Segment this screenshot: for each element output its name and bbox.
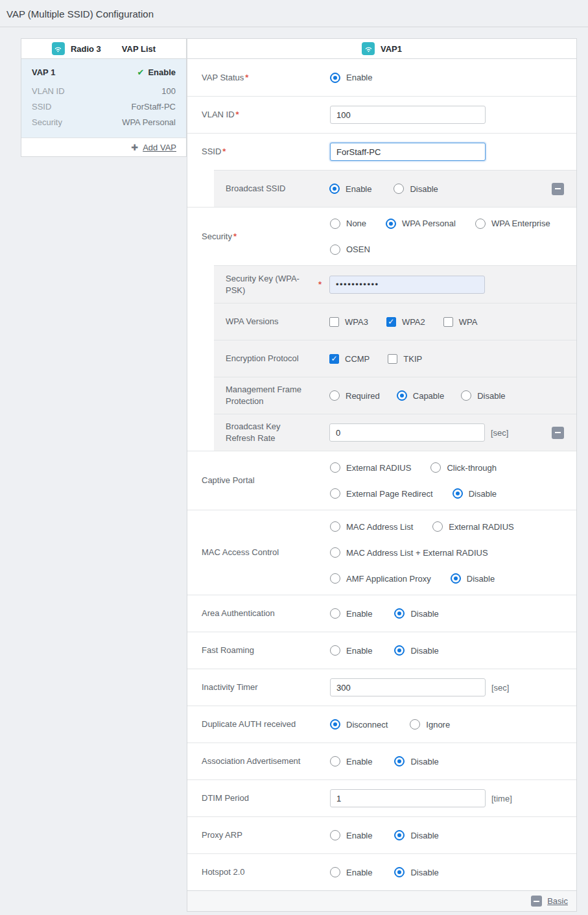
radio-option-enable[interactable]: Enable: [330, 830, 372, 840]
radio-option-enable[interactable]: Enable: [330, 608, 372, 619]
radio-option-external-radius[interactable]: External RADIUS: [432, 521, 513, 532]
radio-option-disconnect[interactable]: Disconnect: [330, 719, 388, 730]
radio-option-enable[interactable]: Enable: [330, 73, 372, 83]
radio-option-wpa-enterprise[interactable]: WPA Enterprise: [475, 219, 550, 229]
field-label: WPA Versions: [214, 316, 329, 327]
vlan-id-input[interactable]: [330, 106, 486, 124]
vap1-title: VAP1: [381, 44, 402, 54]
plus-icon: ✚: [131, 143, 138, 152]
required-asterisk: *: [245, 73, 248, 82]
vap-field-row: VLAN ID 100: [32, 83, 176, 99]
security-key-input[interactable]: [329, 276, 485, 294]
radio-option-required[interactable]: Required: [329, 390, 380, 401]
vap-list-item[interactable]: VAP 1 ✔ Enable VLAN ID 100 SSID ForStaff…: [21, 59, 186, 137]
row-area-authentication: Area Authentication Enable Disable: [187, 595, 576, 632]
radio-unselected-icon: [430, 462, 441, 473]
unit-suffix: [time]: [491, 794, 512, 803]
radio-label: Radio 3: [71, 44, 101, 54]
radio-unselected-icon: [330, 608, 340, 619]
basic-collapse-button[interactable]: [531, 896, 542, 907]
radio-option-capable[interactable]: Capable: [397, 390, 444, 401]
wifi-icon: [52, 42, 65, 55]
radio-option-enable[interactable]: Enable: [329, 184, 371, 194]
radio-unselected-icon: [330, 573, 340, 584]
row-management-frame-protection: Management Frame Protection Required Cap…: [187, 377, 576, 414]
radio-option-disable[interactable]: Disable: [461, 390, 505, 401]
radio-unselected-icon: [330, 756, 340, 766]
field-label: Association Advertisement: [187, 755, 330, 767]
row-vlan-id: VLAN ID*: [187, 96, 576, 133]
row-dtim-period: DTIM Period [time]: [187, 779, 576, 816]
radio-option-mac-address-list[interactable]: MAC Address List: [330, 521, 413, 532]
vap-list-panel: Radio 3 VAP List VAP 1 ✔ Enable VLAN ID …: [21, 38, 187, 157]
field-label: Management Frame Protection: [214, 384, 329, 407]
radio-unselected-icon: [475, 219, 486, 229]
inactivity-timer-input[interactable]: [330, 678, 486, 696]
field-label: Broadcast SSID: [214, 183, 329, 195]
unit-suffix: [sec]: [491, 428, 508, 438]
radio-option-disable[interactable]: Disable: [453, 488, 497, 499]
radio-option-osen[interactable]: OSEN: [330, 244, 370, 255]
radio-option-enable[interactable]: Enable: [330, 867, 372, 877]
checkbox-option-wpa[interactable]: WPA: [443, 317, 478, 327]
radio-option-external-page-redirect[interactable]: External Page Redirect: [330, 488, 433, 499]
radio-selected-icon: [330, 73, 340, 83]
radio-option-enable[interactable]: Enable: [330, 756, 372, 766]
checkbox-checked-icon: [386, 317, 396, 327]
row-wpa-versions: WPA Versions WPA3 WPA2 WPA: [187, 303, 576, 340]
radio-option-disable[interactable]: Disable: [394, 867, 438, 877]
radio-option-none[interactable]: None: [330, 219, 366, 229]
collapse-button[interactable]: [552, 427, 564, 439]
basic-link[interactable]: Basic: [547, 896, 568, 906]
field-label: Captive Portal: [187, 475, 330, 486]
field-label: Area Authentication: [187, 608, 330, 619]
radio-unselected-icon: [394, 184, 404, 194]
radio-option-disable[interactable]: Disable: [451, 573, 495, 584]
add-vap-row: ✚ Add VAP: [21, 137, 186, 156]
indent-spacer: [187, 170, 214, 207]
dtim-period-input[interactable]: [330, 789, 486, 807]
radio-selected-icon: [453, 488, 463, 499]
radio-option-disable[interactable]: Disable: [394, 608, 438, 619]
row-vap-status: VAP Status* Enable: [187, 59, 576, 96]
radio-option-mac-list-plus-radius[interactable]: MAC Address List + External RADIUS: [330, 547, 488, 558]
vap-field-row: SSID ForStaff-PC: [32, 99, 176, 114]
radio-selected-icon: [397, 390, 407, 401]
radio-option-enable[interactable]: Enable: [330, 645, 372, 656]
field-label: Duplicate AUTH received: [187, 719, 330, 730]
checkbox-option-wpa2[interactable]: WPA2: [386, 317, 425, 327]
radio-option-disable[interactable]: Disable: [394, 645, 438, 656]
ssid-input[interactable]: [330, 143, 486, 161]
radio-option-disable[interactable]: Disable: [394, 830, 438, 840]
radio-option-wpa-personal[interactable]: WPA Personal: [386, 219, 456, 229]
row-broadcast-key-refresh-rate: Broadcast Key Refresh Rate [sec]: [187, 414, 576, 451]
checkbox-option-ccmp[interactable]: CCMP: [329, 354, 370, 364]
radio-selected-icon: [394, 756, 405, 766]
minus-icon: [555, 188, 561, 189]
row-security-key: Security Key (WPA-PSK) *: [187, 265, 576, 303]
required-asterisk: *: [318, 279, 322, 291]
radio-unselected-icon: [432, 521, 443, 532]
field-label: VLAN ID*: [187, 109, 330, 121]
checkbox-option-wpa3[interactable]: WPA3: [329, 317, 368, 327]
broadcast-key-refresh-input[interactable]: [329, 423, 485, 442]
checkbox-option-tkip[interactable]: TKIP: [388, 354, 422, 364]
row-encryption-protocol: Encryption Protocol CCMP TKIP: [187, 340, 576, 377]
radio-option-disable[interactable]: Disable: [394, 184, 438, 194]
radio-option-external-radius[interactable]: External RADIUS: [330, 462, 411, 473]
radio-unselected-icon: [461, 390, 471, 401]
collapse-button[interactable]: [552, 183, 564, 195]
field-label: MAC Access Control: [187, 547, 330, 558]
check-icon: ✔: [137, 67, 144, 77]
radio-option-disable[interactable]: Disable: [394, 756, 438, 766]
radio-option-click-through[interactable]: Click-through: [430, 462, 497, 473]
indent-spacer: [187, 265, 214, 303]
radio-unselected-icon: [330, 521, 340, 532]
row-security: Security* None WPA Personal WPA Enterpri…: [187, 207, 576, 265]
add-vap-link[interactable]: Add VAP: [143, 143, 176, 152]
minus-icon: [555, 432, 561, 433]
field-label: DTIM Period: [187, 792, 330, 804]
radio-option-amf-application-proxy[interactable]: AMF Application Proxy: [330, 573, 431, 584]
indent-spacer: [187, 414, 214, 451]
radio-option-ignore[interactable]: Ignore: [410, 719, 450, 730]
